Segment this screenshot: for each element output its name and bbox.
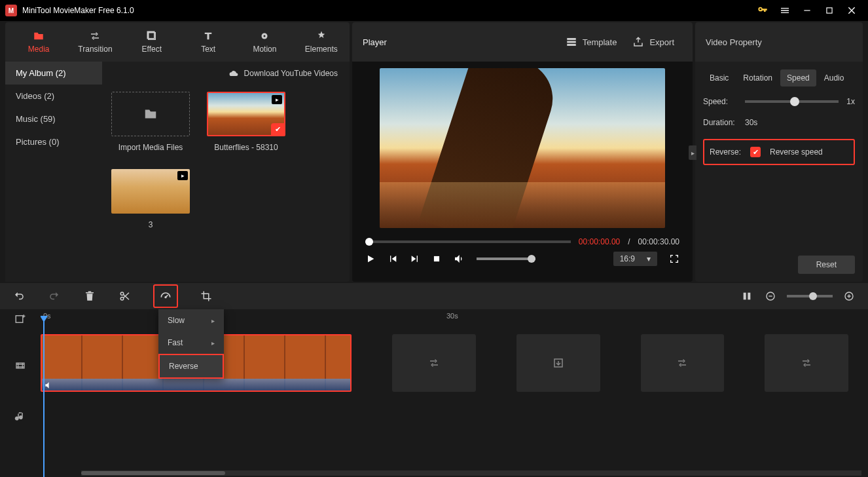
export-button[interactable]: Export <box>624 36 682 48</box>
redo-icon[interactable] <box>47 289 62 303</box>
sidebar-item-videos[interactable]: Videos (2) <box>5 85 102 107</box>
export-label: Export <box>649 37 674 47</box>
reverse-checkbox[interactable]: ✔ <box>750 147 761 157</box>
time-separator: / <box>628 237 630 246</box>
time-total: 00:00:30.00 <box>638 237 679 246</box>
menu-item-reverse[interactable]: Reverse <box>158 354 224 379</box>
transition-icon <box>88 30 101 42</box>
audio-track[interactable] <box>41 405 868 439</box>
effect-icon <box>146 30 158 42</box>
next-frame-icon[interactable] <box>410 254 420 264</box>
scrubber-handle[interactable] <box>365 238 373 246</box>
volume-icon[interactable] <box>453 253 465 265</box>
svg-rect-16 <box>848 294 849 297</box>
playhead[interactable] <box>43 321 45 477</box>
tab-elements[interactable]: Elements <box>293 22 350 62</box>
tab-speed[interactable]: Speed <box>780 69 816 86</box>
tab-text-label: Text <box>201 45 215 54</box>
tab-basic[interactable]: Basic <box>703 69 735 86</box>
audio-track-icon[interactable] <box>0 397 41 436</box>
text-icon <box>202 30 215 42</box>
app-title: MiniTool MovieMaker Free 6.1.0 <box>22 6 751 15</box>
sidebar-item-pictures[interactable]: Pictures (0) <box>5 130 102 153</box>
speed-menu-button[interactable] <box>153 284 178 308</box>
download-youtube-link[interactable]: Download YouTube Videos <box>102 62 350 85</box>
timeline-scrollbar[interactable] <box>81 470 861 476</box>
crop-icon[interactable] <box>199 289 213 303</box>
zoom-out-icon[interactable] <box>763 289 778 303</box>
duration-row: Duration: 30s <box>703 118 855 127</box>
tab-text[interactable]: Text <box>180 22 236 62</box>
timeline-body: 0s 30s <box>0 309 868 477</box>
player-body: 00:00:00.00 / 00:00:30.00 16:9 ▾ <box>352 62 693 282</box>
transition-slot[interactable] <box>392 334 476 392</box>
template-button[interactable]: Template <box>558 36 625 48</box>
slider-knob[interactable] <box>790 97 799 106</box>
transition-slot[interactable] <box>765 334 848 392</box>
delete-icon[interactable] <box>82 289 97 303</box>
add-track-icon[interactable] <box>0 309 41 334</box>
split-icon[interactable] <box>118 289 132 303</box>
import-thumb <box>111 92 190 136</box>
play-icon[interactable] <box>365 254 376 264</box>
aspect-ratio-value: 16:9 <box>620 254 635 263</box>
menu-item-slow[interactable]: Slow ▸ <box>158 309 224 332</box>
minimize-icon[interactable] <box>796 0 818 21</box>
player-scrubber[interactable]: 00:00:00.00 / 00:00:30.00 <box>365 237 679 246</box>
chevron-right-icon: ▸ <box>211 317 215 324</box>
sidebar-item-my-album[interactable]: My Album (2) <box>5 62 102 85</box>
media-item-3[interactable]: ▸ 3 <box>111 169 190 229</box>
zoom-slider[interactable] <box>787 295 833 297</box>
player-title: Player <box>363 37 558 47</box>
media-caption: 3 <box>149 220 153 229</box>
speed-dropdown-menu: Slow ▸ Fast ▸ Reverse <box>158 309 224 379</box>
tab-effect[interactable]: Effect <box>124 22 180 62</box>
clip-audio-icon <box>44 381 53 390</box>
upgrade-key-icon[interactable] <box>751 0 774 21</box>
track-headers <box>0 309 41 477</box>
close-icon[interactable] <box>841 0 863 21</box>
download-youtube-label: Download YouTube Videos <box>244 69 338 78</box>
reverse-label: Reverse: <box>710 147 741 157</box>
tab-transition[interactable]: Transition <box>67 22 123 62</box>
tab-elements-label: Elements <box>305 45 338 54</box>
transition-slot[interactable] <box>641 334 725 392</box>
timeline-settings-icon[interactable] <box>740 289 754 303</box>
tab-effect-label: Effect <box>142 45 162 54</box>
media-item-butterflies[interactable]: ▸ ✔ Butterflies - 58310 <box>207 92 285 152</box>
sidebar-item-music[interactable]: Music (59) <box>5 107 102 130</box>
property-panel: ▸ Basic Rotation Speed Audio Speed: 1x D… <box>695 62 863 282</box>
property-tabs: Basic Rotation Speed Audio <box>703 69 855 86</box>
hamburger-menu-icon[interactable] <box>774 0 796 21</box>
folder-icon <box>32 30 45 42</box>
reset-button[interactable]: Reset <box>798 256 855 274</box>
media-slot[interactable] <box>516 334 600 392</box>
tab-motion[interactable]: Motion <box>236 22 293 62</box>
tab-audio[interactable]: Audio <box>818 69 851 86</box>
menu-item-fast[interactable]: Fast ▸ <box>158 332 224 354</box>
fullscreen-icon[interactable] <box>669 254 679 264</box>
chevron-right-icon: ▸ <box>211 339 215 347</box>
player-preview[interactable] <box>380 68 665 228</box>
video-track-icon[interactable] <box>0 334 41 397</box>
import-media-tile[interactable]: Import Media Files <box>111 92 190 152</box>
menu-reverse-label: Reverse <box>169 362 198 371</box>
stop-icon[interactable] <box>432 254 441 263</box>
reverse-row-highlight: Reverse: ✔ Reverse speed <box>703 139 855 165</box>
undo-icon[interactable] <box>12 289 26 303</box>
aspect-ratio-select[interactable]: 16:9 ▾ <box>613 252 657 266</box>
maximize-icon[interactable] <box>818 0 841 21</box>
media-thumb: ▸ <box>111 169 190 214</box>
svg-rect-6 <box>434 256 439 261</box>
zoom-in-icon[interactable] <box>842 289 856 303</box>
media-panel: My Album (2) Videos (2) Music (59) Pictu… <box>5 62 350 282</box>
tab-rotation[interactable]: Rotation <box>736 69 779 86</box>
volume-slider[interactable] <box>477 258 535 260</box>
tab-motion-label: Motion <box>253 45 276 54</box>
speed-slider[interactable] <box>745 100 839 103</box>
svg-rect-18 <box>16 363 24 368</box>
prev-frame-icon[interactable] <box>388 254 398 264</box>
tab-media[interactable]: Media <box>10 22 67 62</box>
scrubber-track[interactable] <box>365 240 571 243</box>
collapse-panel-icon[interactable]: ▸ <box>689 145 696 160</box>
